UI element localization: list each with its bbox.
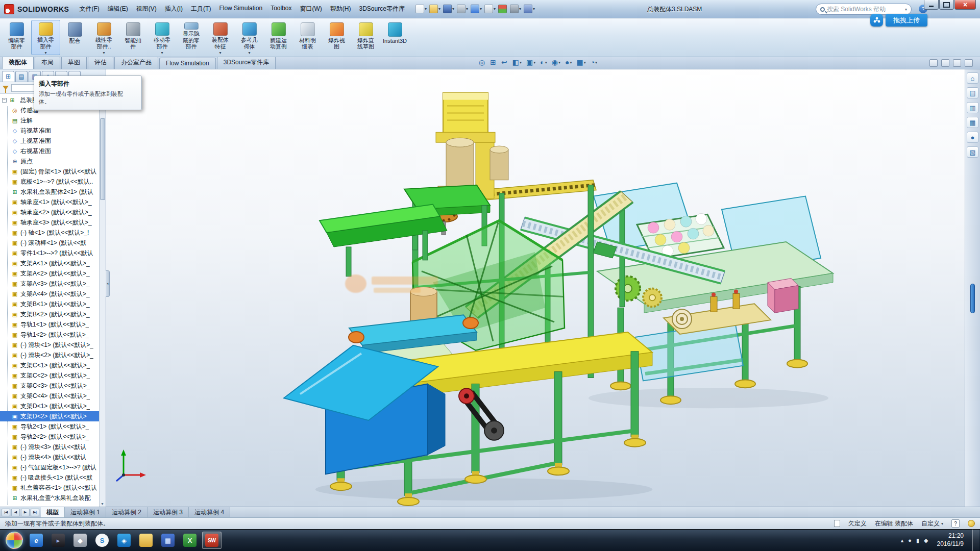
tree-item[interactable]: (固定) 骨架<1> (默认<<默认 [0, 166, 106, 177]
tree-scrollbar[interactable] [99, 94, 106, 507]
taskbar-app-green[interactable]: X [180, 532, 200, 549]
command-tab[interactable]: 评估 [88, 56, 113, 69]
ribbon-show-hidden[interactable]: 显示隐 藏的零 部件 [177, 20, 206, 55]
edit-appearance-icon[interactable]: ● ▾ [564, 58, 573, 66]
ribbon-mate[interactable]: 配合 [60, 20, 89, 55]
minimize-button[interactable] [924, 0, 939, 10]
tree-item[interactable]: 支架C<2> (默认<<默认>_ [0, 370, 106, 381]
command-tab[interactable]: 办公室产品 [114, 56, 158, 69]
ribbon-insert-component[interactable]: 插入零 部件 ▾ [31, 20, 60, 55]
tree-item[interactable]: 原点 [0, 156, 106, 166]
status-help-button[interactable]: ? [951, 519, 960, 528]
tree-item[interactable]: (-) 滑块<2> (默认<<默认>_ [0, 350, 106, 360]
tree-item[interactable]: 支架C<1> (默认<<默认>_ [0, 360, 106, 370]
tree-item[interactable]: 上视基准面 [0, 136, 106, 146]
tree-item[interactable]: (-) 滚动棒<1> (默认<<默 [0, 238, 106, 248]
toolbars-button[interactable]: ▾ [523, 4, 535, 14]
menu-item[interactable]: Flow Simulation [215, 3, 266, 15]
study-tab[interactable]: 运动算例 2 [106, 507, 148, 517]
tree-item[interactable]: (-) 轴<1> (默认<<默认>_! [0, 228, 106, 238]
ribbon-explode-line-sketch[interactable]: 爆炸直 线草图 [351, 20, 380, 55]
corner-icon-3[interactable] [953, 59, 961, 67]
select-button[interactable]: ▾ [484, 4, 496, 14]
tree-item[interactable]: 导轨2<2> (默认<<默认>_ [0, 432, 106, 442]
tree-item[interactable]: 前视基准面 [0, 126, 106, 136]
filter-icon[interactable] [3, 86, 9, 90]
appearances-icon[interactable]: ● [967, 132, 978, 143]
taskbar-app-dark[interactable]: ▸ [48, 532, 68, 549]
section-view-icon[interactable]: ◧ ▾ [511, 58, 523, 66]
menu-item[interactable]: 工具(T) [187, 3, 215, 15]
ribbon-edit-component[interactable]: 编辑零 部件 [2, 20, 31, 55]
collapse-icon[interactable] [2, 98, 7, 103]
tree-item[interactable]: (-) 吸盘接头<1> (默认<<默 [0, 472, 106, 483]
assembly-3d-view[interactable] [106, 69, 965, 507]
view-settings-icon[interactable]: ◔ ▾ [589, 58, 599, 66]
menu-item[interactable]: 窗口(W) [296, 3, 326, 15]
menu-item[interactable]: Toolbox [266, 3, 296, 15]
quick-tips-icon[interactable] [968, 520, 975, 527]
command-tab[interactable]: 布局 [35, 56, 60, 69]
study-tab[interactable]: 运动算例 4 [189, 507, 230, 517]
tree-item[interactable]: 轴承座<3> (默认<<默认>_ [0, 217, 106, 228]
show-desktop-button[interactable] [972, 530, 979, 551]
taskbar-clock[interactable]: 21:20 2016/11/9 [933, 532, 968, 548]
search-dropdown-arrow[interactable]: ▾ [905, 7, 907, 12]
tree-item[interactable]: 导轨1<1> (默认<<默认>_ [0, 319, 106, 330]
tree-item[interactable]: 零件1<1>-->? (默认<<默认 [0, 248, 106, 258]
taskbar-solidworks[interactable]: SW [202, 532, 222, 549]
file-explorer-icon[interactable]: ▥ [967, 102, 978, 113]
taskbar-app-hex[interactable]: ◈ [114, 532, 134, 549]
menu-item[interactable]: 帮助(H) [326, 3, 355, 15]
tree-item[interactable]: 导轨1<2> (默认<<默认>_ [0, 330, 106, 340]
open-button[interactable]: ▾ [429, 4, 441, 14]
ribbon-bom[interactable]: 材料明 细表 [293, 20, 322, 55]
tab-nav-arrow[interactable]: |◀ [2, 509, 10, 516]
tray-hidden-icons[interactable]: ▴ [901, 537, 904, 544]
options-button[interactable]: ▾ [509, 4, 522, 14]
custom-properties-icon[interactable]: ▧ [967, 146, 978, 158]
study-tab[interactable]: 运动算例 3 [148, 507, 189, 517]
ribbon-exploded-view[interactable]: 爆炸视 图 [322, 20, 351, 55]
tree-item[interactable]: 底板<1>-->? (默认<<默认.. [0, 177, 106, 187]
taskbar-app-s[interactable]: S [92, 532, 112, 549]
tree-item[interactable]: (-) 滑块<1> (默认<<默认>_ [0, 340, 106, 350]
tree-item[interactable]: 支架B<2> (默认<<默认>_ [0, 309, 106, 319]
menu-item[interactable]: 插入(I) [161, 3, 187, 15]
command-tab[interactable]: 3DSource零件库 [217, 56, 276, 69]
zoom-fit-icon[interactable]: ◎ [477, 58, 487, 66]
view-palette-icon[interactable]: ▦ [967, 117, 978, 128]
tree-item[interactable]: 支架B<1> (默认<<默认>_ [0, 299, 106, 309]
apply-scene-icon[interactable]: ▦ ▾ [575, 58, 587, 66]
tray-icon-2[interactable]: ▮ [916, 537, 919, 544]
undo-button[interactable]: ▾ [470, 4, 482, 14]
tree-item[interactable]: 支架D<2> (默认<<默认> [0, 411, 106, 421]
study-tab[interactable]: 运动算例 1 [65, 507, 106, 517]
study-tab[interactable]: 模型 [41, 507, 65, 517]
hide-show-items-icon[interactable]: ◉ ▾ [550, 58, 562, 66]
print-button[interactable]: ▾ [456, 4, 469, 14]
tree-item[interactable]: 支架A<2> (默认<<默认>_ [0, 268, 106, 279]
tray-icon-3[interactable]: ◆ [924, 537, 928, 544]
custom-dropdown[interactable]: 自定义 ▾ [921, 519, 943, 528]
ribbon-new-motion-study[interactable]: 新建运 动算例 [264, 20, 293, 55]
tree-item[interactable]: 支架D<1> (默认<<默认>_ [0, 401, 106, 411]
corner-icon-1[interactable] [929, 59, 938, 67]
propertymanager-tab[interactable]: ▤ [15, 71, 28, 82]
command-tab[interactable]: 草图 [61, 56, 87, 69]
tree-item[interactable]: 注解 [0, 115, 106, 126]
maximize-button[interactable] [939, 0, 954, 10]
ribbon-linear-pattern[interactable]: 线性零 部件.. ▾ [89, 20, 118, 55]
close-button[interactable] [954, 0, 976, 10]
menu-item[interactable]: 视图(V) [132, 3, 161, 15]
tree-item[interactable]: 支架C<4> (默认<<默认>_ [0, 391, 106, 401]
menu-item[interactable]: 编辑(E) [104, 3, 132, 15]
tree-item[interactable]: (-) 滑块<4> (默认<<默认 [0, 452, 106, 462]
ribbon-reference-geometry[interactable]: 参考几 何体 ▾ [235, 20, 264, 55]
upload-badge-button[interactable]: 拖拽上传 [886, 14, 927, 27]
display-style-icon[interactable]: ◐ ▾ [538, 58, 548, 66]
zoom-area-icon[interactable]: ⊞ [488, 58, 498, 66]
corner-icon-2[interactable] [941, 59, 949, 67]
ribbon-move-component[interactable]: 移动零 部件 ▾ [148, 20, 177, 55]
tree-item[interactable]: 礼盒盖容器<1> (默认<<默认 [0, 483, 106, 493]
